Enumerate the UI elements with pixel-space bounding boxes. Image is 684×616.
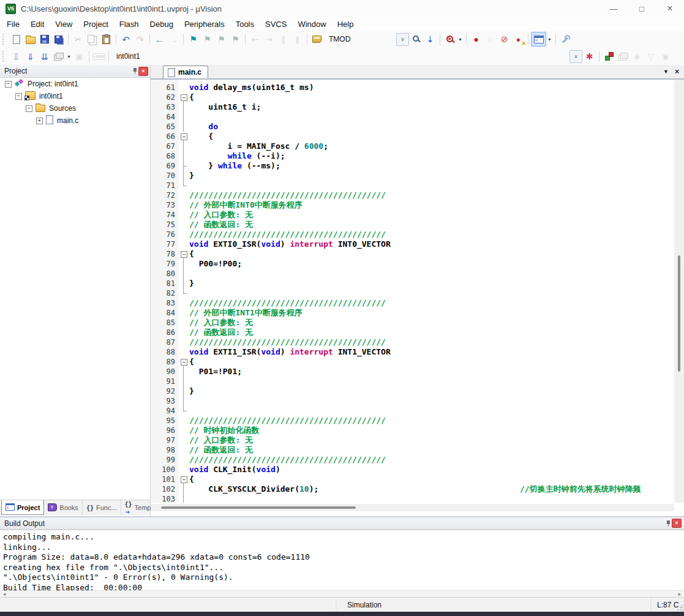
tree-item-main-c[interactable]: +main.c — [0, 115, 150, 127]
vscroll-thumb[interactable] — [678, 255, 680, 372]
tree-expander-icon[interactable]: − — [15, 93, 22, 100]
cut-button[interactable]: ✂ — [71, 32, 85, 46]
pin-icon[interactable] — [132, 67, 138, 75]
menu-item-file[interactable]: File — [1, 18, 25, 30]
tab-main-c[interactable]: main.c — [163, 66, 208, 78]
find-drop-caret-icon[interactable]: ▾ — [457, 32, 464, 46]
breakpoint-enable-button[interactable]: ○ — [483, 32, 497, 46]
panel-tab-func[interactable]: {}Func... — [83, 500, 121, 515]
fold-collapse-icon[interactable]: − — [181, 476, 187, 483]
editor-vertical-scrollbar[interactable] — [674, 80, 684, 503]
hscroll-thumb[interactable] — [161, 506, 356, 509]
menu-item-help[interactable]: Help — [332, 18, 359, 30]
find-in-files-button[interactable] — [409, 32, 423, 46]
editor-close-button[interactable]: × — [675, 67, 679, 76]
batch-build-drop-caret-icon[interactable]: ▾ — [66, 50, 72, 63]
build-output-close-icon[interactable]: × — [672, 519, 682, 528]
panel-tab-project[interactable]: Project — [1, 500, 44, 515]
breakpoint-toggle-button[interactable]: ● — [469, 32, 483, 46]
bookmark-next-button[interactable]: ⚑ — [214, 32, 228, 46]
editor-horizontal-scrollbar[interactable] — [151, 504, 674, 511]
bookmark-prev-button[interactable]: ⚑ — [200, 32, 214, 46]
tree-expander-icon[interactable]: − — [26, 105, 32, 112]
code-line: 83//////////////////////////////////////… — [151, 298, 674, 308]
comment-selection-button[interactable]: ∥ — [276, 32, 290, 46]
unindent-button[interactable]: ⇤ — [248, 32, 262, 46]
copy-button[interactable] — [85, 32, 99, 46]
code-line: 99//////////////////////////////////////… — [151, 455, 674, 465]
build-button[interactable]: ⇓ — [23, 50, 37, 63]
window-layout-drop-caret-icon[interactable]: ▾ — [546, 32, 553, 46]
fold-collapse-icon[interactable]: − — [181, 94, 187, 101]
minimize-button[interactable]: — — [599, 0, 628, 17]
menu-item-svcs[interactable]: SVCS — [260, 18, 292, 30]
nav-forward-button[interactable]: → — [167, 32, 181, 46]
bookmark-toggle-button[interactable]: ⚑ — [186, 32, 200, 46]
find-next-button[interactable]: ⇣ — [423, 32, 437, 46]
bookmark-clear-button[interactable]: ⚑ — [228, 32, 242, 46]
project-targets-button[interactable]: ◈ — [630, 50, 644, 63]
register-combo[interactable]: TMOD — [324, 33, 396, 45]
rebuild-all-button[interactable]: ⇊ — [37, 50, 51, 63]
fold-margin[interactable]: − — [179, 92, 189, 102]
menu-item-peripherals[interactable]: Peripherals — [179, 18, 230, 30]
tree-item-sources[interactable]: −Sources — [0, 102, 150, 115]
panel-tab-books[interactable]: Books — [44, 500, 83, 515]
nav-back-button[interactable]: ← — [152, 32, 167, 46]
redo-button[interactable]: ↷ — [133, 32, 147, 46]
peripheral-registers-button[interactable] — [310, 32, 324, 46]
fold-collapse-icon[interactable]: − — [181, 133, 187, 140]
new-file-button[interactable] — [9, 32, 23, 46]
editor-tab-list-button[interactable]: ▼ — [663, 69, 669, 75]
uncomment-selection-button[interactable]: ∦ — [290, 32, 304, 46]
save-all-button[interactable] — [51, 32, 66, 46]
target-select[interactable]: int0int1 — [111, 50, 569, 62]
find-button[interactable] — [443, 32, 457, 46]
configure-tools-button[interactable] — [558, 32, 573, 46]
save-button[interactable] — [37, 32, 51, 46]
translate-file-button[interactable]: ⇩ — [9, 50, 23, 63]
close-button[interactable]: × — [656, 0, 684, 17]
open-file-button[interactable] — [23, 32, 37, 46]
target-select-drop-icon[interactable]: ∨ — [569, 50, 582, 63]
pin-icon[interactable] — [666, 520, 672, 527]
window-layout-button[interactable] — [531, 32, 546, 47]
batch-build-button[interactable] — [51, 50, 66, 63]
menu-item-flash[interactable]: Flash — [114, 18, 145, 30]
breakpoint-disable-all-button[interactable]: ⊘ — [497, 32, 511, 46]
project-panel-close-icon[interactable]: × — [138, 67, 148, 76]
maximize-button[interactable]: □ — [628, 0, 656, 17]
undo-button[interactable]: ↶ — [119, 32, 133, 46]
breakpoint-kill-all-button[interactable]: ●✕ — [511, 32, 525, 46]
target-options-button[interactable]: ✱ — [582, 50, 596, 63]
fold-margin[interactable]: − — [179, 357, 189, 367]
manage-rte-button[interactable] — [602, 50, 616, 63]
register-combo-drop-icon[interactable]: ∨ — [396, 33, 409, 46]
paste-button[interactable] — [99, 32, 113, 46]
fold-margin[interactable]: − — [179, 475, 189, 484]
download-button[interactable]: LOAD — [92, 50, 106, 63]
books-config-button[interactable]: ◉ — [658, 50, 672, 63]
menu-item-tools[interactable]: Tools — [230, 18, 260, 30]
fold-margin[interactable]: − — [179, 132, 189, 141]
tree-expander-icon[interactable]: + — [36, 118, 43, 124]
build-output-log[interactable]: compiling main.c...linking...Program Siz… — [0, 530, 684, 591]
code-line: 82 — [151, 288, 674, 298]
tree-item-project-int0int1[interactable]: −Project: int0int1 — [0, 78, 150, 90]
fold-collapse-icon[interactable]: − — [181, 251, 187, 258]
menu-item-debug[interactable]: Debug — [145, 18, 179, 30]
file-extensions-button[interactable]: ▽ — [644, 50, 658, 63]
fold-margin[interactable]: − — [179, 249, 189, 259]
menu-item-project[interactable]: Project — [78, 18, 113, 30]
indent-button[interactable]: ⇥ — [262, 32, 276, 46]
stop-build-button[interactable]: ▣ — [72, 50, 86, 63]
tree-expander-icon[interactable]: − — [5, 81, 12, 88]
menu-item-window[interactable]: Window — [292, 18, 331, 30]
tree-item-int0int1[interactable]: −int0int1 — [0, 90, 150, 102]
fold-collapse-icon[interactable]: − — [181, 359, 187, 366]
multiproject-workspace-button[interactable] — [616, 50, 630, 63]
code-text: void EXTI1_ISR(void) interrupt INT1_VECT… — [189, 347, 391, 357]
menu-item-view[interactable]: View — [50, 18, 78, 30]
code-editor[interactable]: 61void delay_ms(uint16_t ms)62−{63 uint1… — [151, 80, 674, 503]
menu-item-edit[interactable]: Edit — [25, 18, 50, 30]
